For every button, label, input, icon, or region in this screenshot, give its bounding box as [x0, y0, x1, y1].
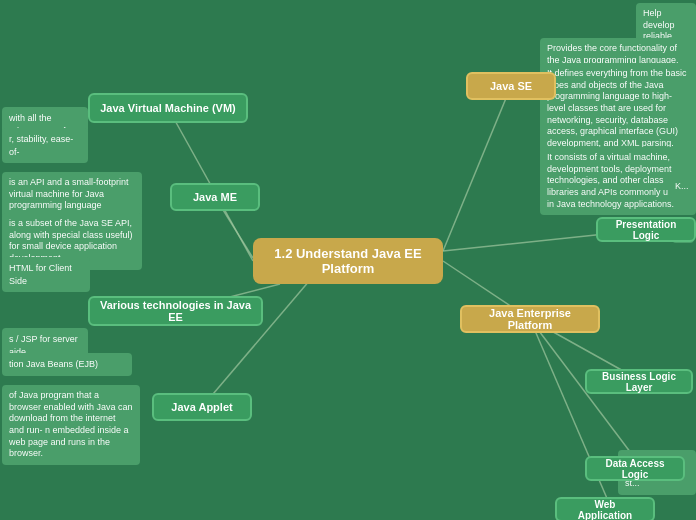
center-node[interactable]: 1.2 Understand Java EE Platform: [253, 238, 443, 284]
info-jvm-stability: r, stability, ease-of-: [2, 128, 88, 163]
svg-line-9: [530, 319, 612, 510]
mind-map-canvas: 1.2 Understand Java EE Platform Java Vir…: [0, 0, 696, 520]
web-application-node[interactable]: Web Application: [555, 497, 655, 520]
data-access-node[interactable]: Data Access Logic: [585, 456, 685, 481]
java-applet-node[interactable]: Java Applet: [152, 393, 252, 421]
various-tech-node[interactable]: Various technologies in Java EE: [88, 296, 263, 326]
svg-line-1: [443, 86, 511, 251]
java-enterprise-node[interactable]: Java Enterprise Platform: [460, 305, 600, 333]
java-me-node[interactable]: Java ME: [170, 183, 260, 211]
info-right-k: K...: [668, 175, 696, 198]
business-logic-node[interactable]: Business Logic Layer: [585, 369, 693, 394]
jvm-node[interactable]: Java Virtual Machine (VM): [88, 93, 248, 123]
info-html-client: HTML for Client Side: [2, 257, 90, 292]
svg-line-8: [530, 319, 643, 469]
info-se-defines: It defines everything from the basic typ…: [540, 63, 696, 155]
java-se-node[interactable]: Java SE: [466, 72, 556, 100]
info-ejb: tion Java Beans (EJB): [2, 353, 132, 376]
presentation-logic-node[interactable]: Presentation Logic: [596, 217, 696, 242]
info-applet-description: of Java program that a browser enabled w…: [2, 385, 140, 465]
